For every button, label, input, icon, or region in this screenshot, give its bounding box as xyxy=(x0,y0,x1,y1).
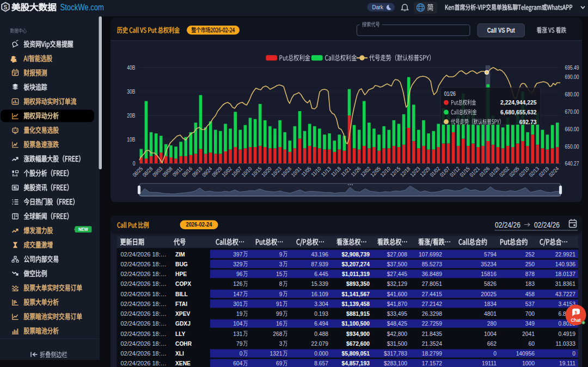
svg-text:31.8361: 31.8361 xyxy=(555,280,575,287)
svg-text:02/24/2026 18:…: 02/24/2026 18:… xyxy=(121,280,167,287)
svg-text:107.6992: 107.6992 xyxy=(419,250,442,257)
svg-text:6.494: 6.494 xyxy=(314,320,328,327)
svg-text:2041: 2041 xyxy=(522,330,535,337)
svg-text:FTAI: FTAI xyxy=(175,300,187,307)
svg-text:397: 397 xyxy=(233,250,242,257)
svg-text:10B: 10B xyxy=(127,136,135,143)
svg-text:692.73: 692.73 xyxy=(519,118,537,125)
svg-text:27.2142: 27.2142 xyxy=(422,300,442,307)
svg-text:$41,870: $41,870 xyxy=(387,300,407,307)
svg-text:0: 0 xyxy=(572,350,575,357)
svg-text:27.4415: 27.4415 xyxy=(422,290,442,297)
svg-text:19: 19 xyxy=(236,310,242,317)
svg-text:$32,129: $32,129 xyxy=(387,280,407,287)
svg-text:43.7227: 43.7227 xyxy=(555,290,575,297)
svg-text:16.109: 16.109 xyxy=(311,290,329,297)
svg-text:$31,500: $31,500 xyxy=(387,340,407,346)
svg-text:3: 3 xyxy=(279,340,283,346)
svg-text:$5,809,051: $5,809,051 xyxy=(341,350,370,357)
svg-text:30B: 30B xyxy=(127,88,135,95)
svg-text:XPEV: XPEV xyxy=(175,310,191,317)
svg-text:40B: 40B xyxy=(127,64,135,71)
svg-text:140956: 140956 xyxy=(516,350,535,357)
svg-text:250: 250 xyxy=(525,260,535,267)
svg-text:9: 9 xyxy=(279,250,283,257)
svg-text:Dark: Dark xyxy=(372,3,384,10)
svg-text:$1,100,500: $1,100,500 xyxy=(341,320,370,327)
svg-text:17.1572: 17.1572 xyxy=(422,360,442,366)
svg-text:36.8489: 36.8489 xyxy=(422,271,442,277)
svg-text:60: 60 xyxy=(529,340,535,346)
svg-text:15816: 15816 xyxy=(481,271,497,277)
svg-text:329: 329 xyxy=(233,260,242,267)
svg-text:537: 537 xyxy=(525,300,535,307)
svg-text:604: 604 xyxy=(233,360,242,366)
svg-text:18.2799: 18.2799 xyxy=(422,350,442,357)
svg-text:640.27: 640.27 xyxy=(565,160,579,167)
svg-text:183: 183 xyxy=(525,280,535,287)
svg-text:$1,141,567: $1,141,567 xyxy=(341,290,370,297)
svg-text:662: 662 xyxy=(487,340,497,346)
svg-text:5826: 5826 xyxy=(484,280,497,287)
svg-text:126: 126 xyxy=(233,280,242,287)
svg-text:87.939: 87.939 xyxy=(311,260,329,267)
svg-text:69: 69 xyxy=(276,360,282,366)
svg-text:$27,445: $27,445 xyxy=(387,271,407,277)
svg-text:21.3524: 21.3524 xyxy=(422,340,442,346)
svg-text:1004: 1004 xyxy=(484,330,497,337)
svg-text:18.0137: 18.0137 xyxy=(555,271,575,277)
svg-text:ZIM: ZIM xyxy=(175,250,185,258)
svg-text:$: $ xyxy=(574,310,577,315)
svg-text:131: 131 xyxy=(233,330,242,337)
svg-text:$893,350: $893,350 xyxy=(346,280,370,287)
svg-text:9: 9 xyxy=(279,290,283,297)
svg-text:147: 147 xyxy=(233,290,242,297)
svg-text:XLI: XLI xyxy=(175,350,184,357)
svg-text:02/24/2026 18:…: 02/24/2026 18:… xyxy=(121,350,167,357)
svg-text:6,680,655,632: 6,680,655,632 xyxy=(500,109,536,115)
svg-text:22.079: 22.079 xyxy=(311,340,329,346)
svg-text:02/24/2026 18:…: 02/24/2026 18:… xyxy=(121,271,167,277)
svg-text:0.000: 0.000 xyxy=(314,350,328,357)
svg-text:3.304: 3.304 xyxy=(314,300,328,307)
svg-text:650.00: 650.00 xyxy=(565,143,579,150)
svg-text:19111: 19111 xyxy=(482,360,497,366)
svg-text:2,224,944,225: 2,224,944,225 xyxy=(500,99,536,106)
svg-text:$27,008: $27,008 xyxy=(387,250,407,257)
svg-text:140.936: 140.936 xyxy=(555,260,575,267)
svg-text:01/26: 01/26 xyxy=(444,90,456,97)
svg-text:19.111: 19.111 xyxy=(559,360,575,366)
svg-text:15: 15 xyxy=(276,271,282,277)
svg-text:NEW: NEW xyxy=(78,227,88,232)
svg-text:700: 700 xyxy=(525,310,535,317)
svg-text:2026-02-24: 2026-02-24 xyxy=(186,221,212,228)
svg-text:5794: 5794 xyxy=(484,250,497,257)
svg-text:680.00: 680.00 xyxy=(565,91,579,97)
svg-text:91: 91 xyxy=(276,300,282,307)
svg-text:99: 99 xyxy=(276,310,282,317)
svg-text:21.8435: 21.8435 xyxy=(422,330,442,337)
svg-text:$42,800: $42,800 xyxy=(387,330,407,337)
svg-text:4801: 4801 xyxy=(484,310,497,317)
svg-text:670.00: 670.00 xyxy=(565,108,579,115)
svg-text:3: 3 xyxy=(279,260,283,267)
svg-text:268: 268 xyxy=(273,330,282,337)
svg-text:0.193: 0.193 xyxy=(314,310,328,317)
svg-text:$672,600: $672,600 xyxy=(346,340,370,346)
svg-text:11.0333: 11.0333 xyxy=(556,340,575,346)
svg-text:$317,783: $317,783 xyxy=(384,350,407,357)
svg-text:8.657: 8.657 xyxy=(314,360,328,366)
svg-text:27.8051: 27.8051 xyxy=(422,280,442,287)
svg-text:26.3298: 26.3298 xyxy=(422,310,442,317)
svg-text:COPX: COPX xyxy=(175,280,192,288)
svg-text:280: 280 xyxy=(487,320,497,327)
svg-text:22.7259: 22.7259 xyxy=(422,320,442,327)
svg-text:$881,915: $881,915 xyxy=(346,310,370,317)
svg-text:1321: 1321 xyxy=(270,350,282,357)
svg-text:15.339: 15.339 xyxy=(311,280,329,287)
svg-text:301: 301 xyxy=(233,300,242,307)
svg-text:$48,425: $48,425 xyxy=(387,320,407,327)
svg-text:$3,207,274: $3,207,274 xyxy=(341,260,370,267)
svg-text:0: 0 xyxy=(493,350,497,357)
svg-text:XENE: XENE xyxy=(175,360,191,367)
